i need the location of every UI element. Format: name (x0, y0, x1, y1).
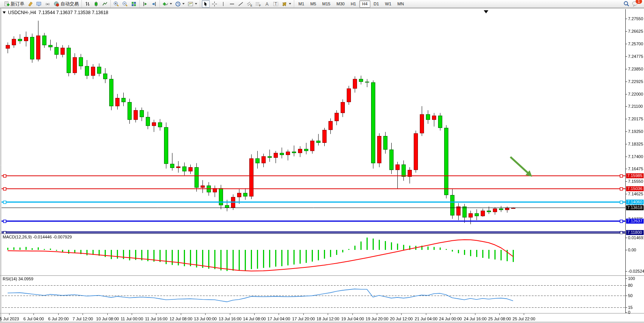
text-label-icon: T (273, 1, 279, 7)
timeframe-group: M1 M5 M15 M30 H1 H4 D1 W1 MN (294, 0, 408, 8)
price-line-label[interactable]: 7.14060 (626, 200, 644, 205)
price-line-label[interactable]: 7.15036 (626, 186, 644, 191)
zoom-out-button[interactable] (121, 0, 129, 8)
svg-text:F: F (259, 4, 261, 7)
crosshair-icon (212, 1, 217, 7)
highlighter-icon (27, 1, 33, 7)
history-center-icon (36, 1, 42, 7)
price-line-label[interactable]: 7.15985 (626, 173, 644, 178)
tf-h4[interactable]: H4 (359, 0, 370, 8)
trading-terminal-window: 新订单 自动交易 (0, 0, 644, 323)
chart-shift-button[interactable] (150, 0, 158, 8)
cursor-icon (203, 1, 209, 7)
price-line-label[interactable]: 7.12637 (626, 219, 644, 224)
zoom-in-button[interactable] (112, 0, 120, 8)
history-center-button[interactable] (35, 0, 43, 8)
price-line-label[interactable]: 7.13618 (626, 205, 644, 210)
chart-menu-triangle-icon[interactable] (3, 11, 6, 14)
indicators-icon (163, 1, 168, 7)
chart-ohlc-values: 7.13544 7.13637 7.13538 7.13618 (38, 10, 108, 15)
arrows-button[interactable] (281, 0, 292, 8)
tf-d1[interactable]: D1 (371, 0, 382, 8)
chat-unread-badge: 1 (636, 0, 642, 4)
svg-text:E: E (250, 4, 252, 7)
tile-windows-icon (131, 1, 137, 7)
text-label-button[interactable]: T (272, 0, 280, 8)
fibonacci-icon: F (255, 1, 261, 7)
svg-text:A: A (266, 2, 269, 7)
price-chart-canvas[interactable] (0, 0, 644, 323)
equidistant-channel-icon: E (247, 1, 252, 7)
price-line-label[interactable]: 7.11800 (626, 230, 644, 235)
bar-chart-button[interactable] (83, 0, 91, 8)
autotrading-icon (54, 1, 59, 7)
tf-h1[interactable]: H1 (348, 0, 359, 8)
tile-windows-button[interactable] (130, 0, 138, 8)
tf-m15[interactable]: M15 (320, 0, 333, 8)
search-icon (623, 1, 630, 7)
zoom-out-icon (122, 1, 128, 7)
trendline-button[interactable] (237, 0, 245, 8)
autotrading-label: 自动交易 (61, 1, 79, 7)
equidistant-channel-button[interactable]: E (245, 0, 253, 8)
rsi-indicator-label: RSI(14) 34.0959 (3, 277, 33, 281)
highlighter-button[interactable] (26, 0, 34, 8)
autotrading-button[interactable]: 自动交易 (53, 0, 80, 8)
indicators-dropdown-caret[interactable] (170, 3, 172, 5)
periods-dropdown-caret[interactable] (182, 3, 185, 5)
chart-symbol-period: USDCNH-,H4 (8, 10, 36, 15)
arrows-icon (282, 1, 287, 7)
candlestick-chart-button[interactable] (92, 0, 100, 8)
horizontal-line-icon (229, 1, 235, 7)
trendline-icon (238, 1, 244, 7)
text-icon: A (264, 1, 270, 7)
periods-button[interactable] (174, 0, 186, 8)
fibonacci-button[interactable]: F (254, 0, 262, 8)
tf-m5[interactable]: M5 (308, 0, 319, 8)
zoom-in-icon (113, 1, 119, 7)
chart-shift-icon (151, 1, 157, 7)
vertical-line-icon (220, 1, 226, 7)
auto-scroll-button[interactable] (141, 0, 149, 8)
search-button[interactable] (622, 0, 631, 8)
signals-icon (45, 1, 51, 7)
bar-chart-icon (84, 1, 90, 7)
line-chart-button[interactable] (101, 0, 109, 8)
new-order-label: 新订单 (11, 1, 24, 7)
new-order-button[interactable]: 新订单 (3, 0, 26, 8)
signals-button[interactable] (44, 0, 52, 8)
text-button[interactable]: A (263, 0, 271, 8)
tf-w1[interactable]: W1 (383, 0, 394, 8)
macd-indicator-label: MACD(12,26,9) -0.014446 -0.007929 (3, 235, 72, 239)
tf-m1[interactable]: M1 (296, 0, 307, 8)
main-toolbar: 新订单 自动交易 (0, 0, 644, 8)
new-order-icon (4, 1, 10, 7)
tf-mn[interactable]: MN (395, 0, 406, 8)
svg-text:T: T (275, 2, 277, 6)
horizontal-line-button[interactable] (228, 0, 236, 8)
cursor-button[interactable] (202, 0, 210, 8)
arrows-dropdown-caret[interactable] (289, 3, 291, 5)
tf-m30[interactable]: M30 (334, 0, 347, 8)
templates-button[interactable] (187, 0, 198, 8)
line-chart-icon (102, 1, 108, 7)
vertical-line-button[interactable] (219, 0, 227, 8)
crosshair-button[interactable] (210, 0, 218, 8)
templates-dropdown-caret[interactable] (195, 3, 197, 5)
candlestick-chart-icon (93, 1, 99, 7)
periods-icon (175, 1, 181, 7)
chat-button[interactable]: 1 (631, 0, 640, 8)
auto-scroll-icon (142, 1, 148, 7)
templates-icon (188, 1, 193, 7)
indicators-button[interactable] (161, 0, 173, 8)
chart-title: USDCNH-,H4 7.13544 7.13637 7.13538 7.136… (3, 10, 108, 15)
